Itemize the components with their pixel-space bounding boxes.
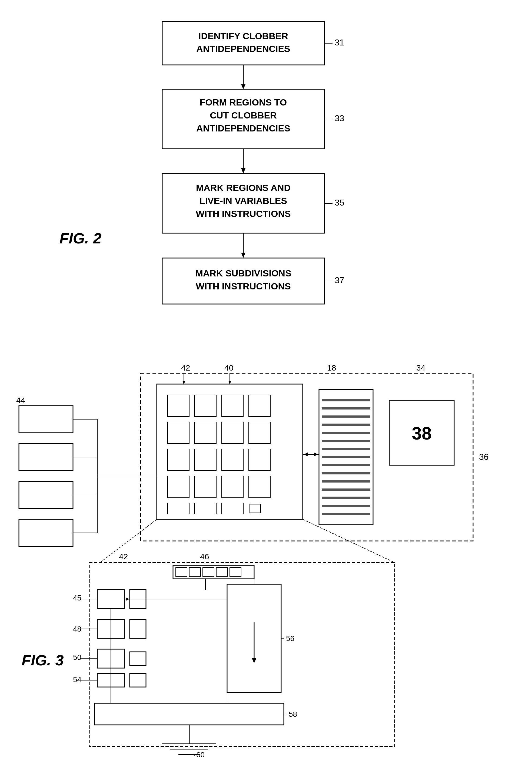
svg-text:ANTIDEPENDENCIES: ANTIDEPENDENCIES [196,123,290,133]
svg-text:ANTIDEPENDENCIES: ANTIDEPENDENCIES [196,43,290,54]
svg-rect-106 [130,619,146,638]
svg-rect-29 [141,373,473,541]
svg-rect-38 [222,422,243,443]
svg-text:37: 37 [335,275,344,285]
svg-text:56: 56 [286,634,294,643]
svg-rect-33 [195,395,216,416]
svg-rect-15 [162,174,324,233]
svg-text:42: 42 [119,552,128,561]
svg-rect-39 [249,422,270,443]
svg-text:MARK REGIONS AND: MARK REGIONS AND [196,183,291,193]
svg-rect-107 [97,649,124,668]
svg-marker-60 [314,452,318,456]
svg-rect-37 [195,422,216,443]
svg-line-120 [303,519,395,563]
svg-rect-7 [162,89,324,149]
svg-text:IDENTIFY CLOBBER: IDENTIFY CLOBBER [199,31,288,41]
svg-rect-111 [227,584,281,693]
svg-text:38: 38 [412,423,432,443]
svg-text:33: 33 [335,113,344,123]
svg-rect-47 [249,476,270,498]
svg-rect-92 [89,563,395,747]
svg-rect-42 [222,449,243,470]
svg-rect-81 [19,406,73,433]
svg-rect-95 [173,565,254,579]
svg-text:WITH  INSTRUCTIONS: WITH INSTRUCTIONS [196,281,291,291]
svg-marker-22 [241,253,245,258]
svg-text:34: 34 [416,363,425,372]
svg-rect-50 [222,503,243,514]
svg-rect-99 [216,567,228,577]
page: IDENTIFY CLOBBER ANTIDEPENDENCIES 31 FOR… [0,0,532,776]
svg-rect-101 [97,590,124,609]
svg-marker-57 [228,381,231,385]
svg-rect-48 [168,503,189,514]
svg-text:35: 35 [335,198,344,207]
svg-text:CUT CLOBBER: CUT CLOBBER [210,110,277,120]
svg-rect-102 [130,590,146,609]
svg-rect-35 [249,395,270,416]
svg-rect-110 [130,673,146,687]
svg-rect-34 [222,395,243,416]
svg-text:42: 42 [181,363,190,372]
svg-rect-100 [230,567,241,577]
svg-text:WITH  INSTRUCTIONS: WITH INSTRUCTIONS [196,209,291,219]
svg-text:54: 54 [73,675,81,684]
svg-rect-97 [189,567,201,577]
svg-text:60: 60 [196,751,205,759]
svg-text:18: 18 [327,363,336,372]
svg-rect-98 [203,567,214,577]
svg-rect-36 [168,422,189,443]
svg-text:FIG. 2: FIG. 2 [59,230,102,247]
svg-line-119 [100,519,157,563]
svg-rect-84 [19,519,73,546]
svg-text:MARK SUBDIVISIONS: MARK SUBDIVISIONS [195,268,291,278]
svg-rect-45 [195,476,216,498]
svg-text:36: 36 [479,452,489,462]
svg-text:FIG. 3: FIG. 3 [22,651,64,668]
svg-text:FORM  REGIONS TO: FORM REGIONS TO [200,97,287,108]
svg-rect-40 [168,449,189,470]
svg-rect-23 [162,258,324,304]
svg-marker-14 [241,168,245,174]
svg-marker-104 [126,597,129,601]
svg-rect-49 [195,503,216,514]
svg-text:50: 50 [73,653,81,661]
svg-rect-61 [319,389,373,525]
svg-marker-6 [241,84,245,89]
svg-text:31: 31 [335,38,344,47]
svg-rect-105 [97,619,124,638]
svg-rect-51 [250,504,261,513]
svg-text:44: 44 [16,396,25,405]
svg-rect-108 [130,652,146,665]
svg-rect-82 [19,443,73,470]
svg-rect-114 [94,703,284,725]
svg-text:46: 46 [200,552,209,561]
svg-rect-96 [176,567,187,577]
svg-text:45: 45 [73,594,81,602]
svg-rect-44 [168,476,189,498]
svg-text:48: 48 [73,625,81,633]
svg-rect-78 [389,400,454,465]
svg-rect-109 [97,673,124,687]
svg-text:40: 40 [224,363,233,372]
svg-marker-59 [304,452,308,456]
svg-text:LIVE-IN VARIABLES: LIVE-IN VARIABLES [200,196,287,206]
svg-rect-83 [19,481,73,509]
svg-rect-46 [222,476,243,498]
svg-marker-54 [183,381,185,385]
svg-rect-43 [249,449,270,470]
svg-rect-32 [168,395,189,416]
svg-rect-0 [162,22,324,65]
svg-rect-31 [157,384,303,519]
svg-marker-113 [252,658,256,663]
svg-text:58: 58 [289,710,297,718]
svg-rect-41 [195,449,216,470]
